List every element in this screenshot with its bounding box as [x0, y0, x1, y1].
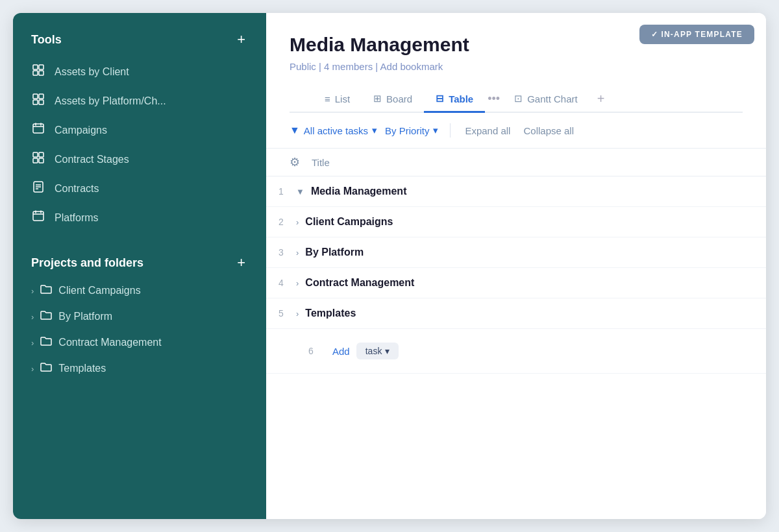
- tab-board[interactable]: ⊞ Board: [362, 86, 424, 113]
- sidebar-item-label: Platforms: [55, 212, 99, 224]
- row-chevron[interactable]: ›: [296, 217, 299, 227]
- add-project-button[interactable]: +: [234, 254, 248, 271]
- meta-members[interactable]: 4 members: [324, 61, 373, 72]
- sidebar-item-assets-by-client[interactable]: Assets by Client: [13, 57, 266, 86]
- assets-by-client-icon: [31, 64, 45, 80]
- sidebar: Tools + Assets by Client Assets by Platf…: [13, 13, 266, 519]
- priority-dropdown-icon: ▾: [433, 125, 438, 136]
- svg-rect-6: [33, 100, 38, 104]
- row-number: 2: [266, 208, 296, 236]
- add-type-label: task: [365, 346, 382, 356]
- sidebar-item-label: Assets by Platform/Ch...: [55, 95, 166, 107]
- row-number: 3: [266, 238, 296, 267]
- svg-rect-8: [33, 124, 43, 133]
- tab-more-button[interactable]: •••: [485, 87, 502, 111]
- sidebar-item-label: Contracts: [55, 183, 99, 195]
- folder-item-client-campaigns[interactable]: › Client Campaigns: [13, 278, 266, 304]
- table-row: 2 › Client Campaigns: [266, 207, 766, 237]
- svg-rect-4: [33, 94, 38, 99]
- folder-icon-contract-management: [40, 336, 52, 349]
- row-number: 5: [266, 299, 296, 328]
- active-tasks-label: All active tasks: [304, 125, 368, 136]
- folder-item-label: By Platform: [58, 311, 112, 322]
- svg-rect-12: [33, 152, 38, 157]
- row-chevron[interactable]: ›: [296, 248, 299, 258]
- filter-bar: ▼ All active tasks ▾ By Priority ▾ Expan…: [266, 113, 766, 149]
- row-title: Templates: [305, 298, 356, 328]
- svg-rect-15: [39, 158, 43, 163]
- add-view-button[interactable]: +: [592, 86, 610, 112]
- add-tool-button[interactable]: +: [234, 31, 248, 48]
- in-app-template-badge: ✓ IN-APP TEMPLATE: [639, 25, 754, 44]
- tools-nav: Assets by Client Assets by Platform/Ch..…: [13, 57, 266, 232]
- tab-gantt[interactable]: ⊡ Gantt Chart: [502, 86, 589, 113]
- svg-rect-7: [39, 100, 43, 104]
- active-tasks-filter[interactable]: ▼ All active tasks ▾: [290, 122, 377, 139]
- sidebar-item-assets-by-platform[interactable]: Assets by Platform/Ch...: [13, 86, 266, 115]
- folder-item-templates[interactable]: › Templates: [13, 356, 266, 381]
- tab-list[interactable]: ≡ List: [313, 87, 362, 113]
- contracts-icon: [31, 180, 45, 197]
- row-chevron[interactable]: ▼: [296, 187, 304, 197]
- folder-icon-templates: [40, 362, 52, 375]
- folder-icon-by-platform: [40, 310, 52, 323]
- sidebar-item-contract-stages[interactable]: Contract Stages: [13, 145, 266, 174]
- add-type-dropdown-icon: ▾: [385, 346, 390, 356]
- tab-gantt-label: Gantt Chart: [527, 93, 578, 104]
- projects-nav: › Client Campaigns › By Platform ›: [13, 278, 266, 381]
- row-title: Media Management: [311, 176, 407, 206]
- meta-bookmark[interactable]: Add bookmark: [380, 61, 443, 72]
- tab-list-label: List: [335, 93, 350, 104]
- expand-all-button[interactable]: Expand all: [462, 123, 513, 139]
- add-type-button[interactable]: task ▾: [356, 343, 399, 359]
- table-row: 1 ▼ Media Management: [266, 176, 766, 207]
- platforms-icon: [31, 210, 45, 226]
- svg-rect-2: [33, 71, 38, 75]
- svg-rect-13: [39, 152, 43, 157]
- table-header: ⚙ Title: [266, 149, 766, 176]
- folder-chevron-by-platform: ›: [31, 312, 34, 322]
- meta-separator1: |: [319, 61, 324, 72]
- filter-icon: ▼: [290, 125, 300, 136]
- gantt-icon: ⊡: [514, 93, 523, 104]
- tools-section-header: Tools +: [13, 31, 266, 57]
- folder-item-contract-management[interactable]: › Contract Management: [13, 330, 266, 356]
- add-row: 6 Add task ▾: [266, 329, 766, 374]
- tab-table-label: Table: [449, 93, 473, 104]
- campaigns-icon: [31, 122, 45, 138]
- folder-chevron-templates: ›: [31, 364, 34, 374]
- meta-public[interactable]: Public: [290, 61, 316, 72]
- row-number: 4: [266, 269, 296, 297]
- table-row: 3 › By Platform: [266, 237, 766, 268]
- sidebar-item-label: Contract Stages: [55, 154, 129, 165]
- priority-label: By Priority: [385, 125, 429, 136]
- tab-table[interactable]: ⊟ Table: [424, 86, 485, 113]
- svg-rect-3: [39, 71, 43, 75]
- page-meta: Public | 4 members | Add bookmark: [290, 61, 743, 72]
- row-chevron[interactable]: ›: [296, 278, 299, 288]
- add-row-number: 6: [296, 337, 326, 365]
- table-icon: ⊟: [436, 93, 444, 104]
- tools-title: Tools: [31, 33, 62, 47]
- sidebar-item-campaigns[interactable]: Campaigns: [13, 115, 266, 145]
- tab-board-label: Board: [386, 93, 412, 104]
- folder-item-label: Contract Management: [58, 337, 161, 348]
- settings-icon[interactable]: ⚙: [290, 155, 300, 169]
- add-task-label[interactable]: Add: [332, 346, 350, 357]
- row-number: 1: [266, 177, 296, 206]
- row-title: By Platform: [305, 237, 364, 267]
- board-icon: ⊞: [373, 93, 382, 104]
- row-chevron[interactable]: ›: [296, 309, 299, 319]
- priority-filter[interactable]: By Priority ▾: [385, 122, 438, 139]
- sidebar-item-contracts[interactable]: Contracts: [13, 174, 266, 203]
- folder-item-label: Client Campaigns: [58, 285, 140, 296]
- sidebar-item-platforms[interactable]: Platforms: [13, 203, 266, 232]
- folder-item-by-platform[interactable]: › By Platform: [13, 304, 266, 330]
- collapse-all-button[interactable]: Collapse all: [521, 123, 576, 139]
- active-tasks-dropdown-icon: ▾: [372, 125, 377, 136]
- sidebar-item-label: Campaigns: [55, 125, 107, 136]
- filter-divider: [450, 123, 451, 138]
- svg-rect-1: [39, 65, 43, 69]
- table-area: ⚙ Title 1 ▼ Media Management 2 › Client …: [266, 149, 766, 519]
- projects-title: Projects and folders: [31, 256, 143, 270]
